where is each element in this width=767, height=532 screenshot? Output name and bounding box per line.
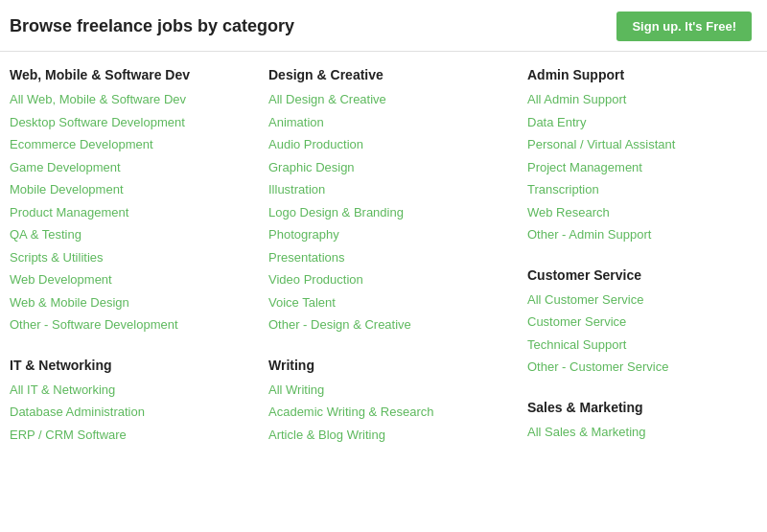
category-list: All WritingAcademic Writing & ResearchAr…: [268, 381, 518, 445]
category-link[interactable]: All Writing: [268, 382, 324, 397]
category-link[interactable]: Illustration: [268, 182, 325, 197]
list-item: Data Entry: [527, 113, 767, 132]
list-item: Technical Support: [527, 335, 767, 355]
category-link[interactable]: Product Management: [10, 205, 128, 220]
list-item: Academic Writing & Research: [268, 403, 518, 422]
page-header: Browse freelance jobs by category Sign u…: [0, 0, 767, 52]
category-link[interactable]: Project Management: [527, 160, 642, 174]
list-item: Photography: [268, 225, 518, 244]
categories-grid: Web, Mobile & Software DevAll Web, Mobil…: [0, 52, 767, 476]
list-item: Voice Talent: [268, 293, 518, 312]
category-link[interactable]: Desktop Software Development: [10, 115, 185, 129]
category-link[interactable]: Other - Customer Service: [527, 359, 668, 374]
category-link[interactable]: All Sales & Marketing: [527, 425, 646, 439]
category-link[interactable]: All Web, Mobile & Software Dev: [10, 92, 186, 106]
category-list: All Sales & Marketing: [527, 423, 767, 442]
category-link[interactable]: Other - Software Development: [10, 317, 178, 332]
category-link[interactable]: Scripts & Utilities: [10, 250, 104, 265]
category-link[interactable]: Graphic Design: [268, 160, 355, 174]
category-link[interactable]: Academic Writing & Research: [268, 405, 433, 419]
list-item: ERP / CRM Software: [10, 426, 259, 445]
category-link[interactable]: Data Entry: [527, 115, 586, 129]
list-item: All Admin Support: [527, 90, 767, 109]
list-item: Other - Customer Service: [527, 358, 767, 377]
list-item: Other - Admin Support: [527, 225, 767, 244]
list-item: Logo Design & Branding: [268, 203, 518, 222]
list-item: QA & Testing: [10, 225, 259, 244]
category-link[interactable]: Technical Support: [527, 337, 626, 352]
category-title: Admin Support: [527, 67, 767, 82]
category-link[interactable]: Other - Admin Support: [527, 227, 651, 242]
list-item: Graphic Design: [268, 158, 518, 177]
category-link[interactable]: ERP / CRM Software: [10, 428, 127, 442]
list-item: All Design & Creative: [268, 90, 518, 109]
category-link[interactable]: Other - Design & Creative: [268, 317, 411, 332]
list-item: Article & Blog Writing: [268, 426, 518, 445]
list-item: Ecommerce Development: [10, 135, 259, 154]
category-link[interactable]: Presentations: [268, 250, 345, 265]
list-item: All Customer Service: [527, 290, 767, 310]
category-link[interactable]: Animation: [268, 115, 324, 129]
category-section-0-0: Web, Mobile & Software DevAll Web, Mobil…: [10, 67, 268, 358]
category-link[interactable]: All Design & Creative: [268, 92, 386, 106]
category-link[interactable]: Logo Design & Branding: [268, 205, 404, 220]
category-link[interactable]: Database Administration: [10, 405, 145, 419]
list-item: All Writing: [268, 381, 518, 400]
category-link[interactable]: Customer Service: [527, 314, 626, 329]
category-link[interactable]: QA & Testing: [10, 227, 81, 242]
category-title: IT & Networking: [10, 358, 259, 373]
category-list: All IT & NetworkingDatabase Administrati…: [10, 381, 259, 445]
category-section-1-1: WritingAll WritingAcademic Writing & Res…: [268, 358, 527, 468]
category-section-1-0: Design & CreativeAll Design & CreativeAn…: [268, 67, 527, 358]
list-item: Transcription: [527, 180, 767, 199]
list-item: Customer Service: [527, 312, 767, 332]
category-link[interactable]: All IT & Networking: [10, 382, 115, 397]
signup-button[interactable]: Sign up. It's Free!: [616, 12, 752, 41]
list-item: Project Management: [527, 158, 767, 177]
list-item: Personal / Virtual Assistant: [527, 135, 767, 154]
category-section-0-1: IT & NetworkingAll IT & NetworkingDataba…: [10, 358, 268, 468]
category-link[interactable]: All Admin Support: [527, 92, 626, 106]
list-item: Other - Software Development: [10, 315, 259, 335]
list-item: Presentations: [268, 248, 518, 267]
category-list: All Web, Mobile & Software DevDesktop So…: [10, 90, 259, 335]
list-item: Illustration: [268, 180, 518, 199]
category-link[interactable]: Video Production: [268, 272, 363, 287]
list-item: Audio Production: [268, 135, 518, 154]
list-item: Web Development: [10, 270, 259, 289]
list-item: All Sales & Marketing: [527, 423, 767, 442]
category-list: All Admin SupportData EntryPersonal / Vi…: [527, 90, 767, 244]
category-title: Customer Service: [527, 267, 767, 283]
list-item: Database Administration: [10, 403, 259, 422]
category-column-0: Web, Mobile & Software DevAll Web, Mobil…: [10, 67, 268, 467]
list-item: Product Management: [10, 203, 259, 222]
category-section-2-2: Sales & MarketingAll Sales & Marketing: [527, 400, 767, 465]
list-item: Web & Mobile Design: [10, 293, 259, 312]
category-link[interactable]: Ecommerce Development: [10, 137, 153, 151]
category-link[interactable]: Transcription: [527, 182, 599, 197]
category-link[interactable]: Web Development: [10, 272, 112, 287]
category-link[interactable]: Article & Blog Writing: [268, 428, 385, 442]
category-link[interactable]: Mobile Development: [10, 182, 124, 197]
list-item: All Web, Mobile & Software Dev: [10, 90, 259, 109]
category-link[interactable]: Photography: [268, 227, 339, 242]
list-item: Web Research: [527, 203, 767, 222]
list-item: Animation: [268, 113, 518, 132]
category-list: All Design & CreativeAnimationAudio Prod…: [268, 90, 518, 335]
list-item: Game Development: [10, 158, 259, 177]
list-item: Mobile Development: [10, 180, 259, 199]
page-title: Browse freelance jobs by category: [10, 16, 294, 36]
category-link[interactable]: All Customer Service: [527, 292, 643, 307]
category-column-2: Admin SupportAll Admin SupportData Entry…: [527, 67, 767, 467]
category-link[interactable]: Game Development: [10, 160, 121, 174]
category-title: Design & Creative: [268, 67, 518, 82]
category-link[interactable]: Personal / Virtual Assistant: [527, 137, 675, 151]
category-link[interactable]: Audio Production: [268, 137, 363, 151]
category-title: Sales & Marketing: [527, 400, 767, 415]
list-item: All IT & Networking: [10, 381, 259, 400]
category-link[interactable]: Web Research: [527, 205, 610, 220]
category-title: Writing: [268, 358, 518, 373]
category-link[interactable]: Voice Talent: [268, 295, 336, 310]
category-link[interactable]: Web & Mobile Design: [10, 295, 129, 310]
category-section-2-0: Admin SupportAll Admin SupportData Entry…: [527, 67, 767, 267]
